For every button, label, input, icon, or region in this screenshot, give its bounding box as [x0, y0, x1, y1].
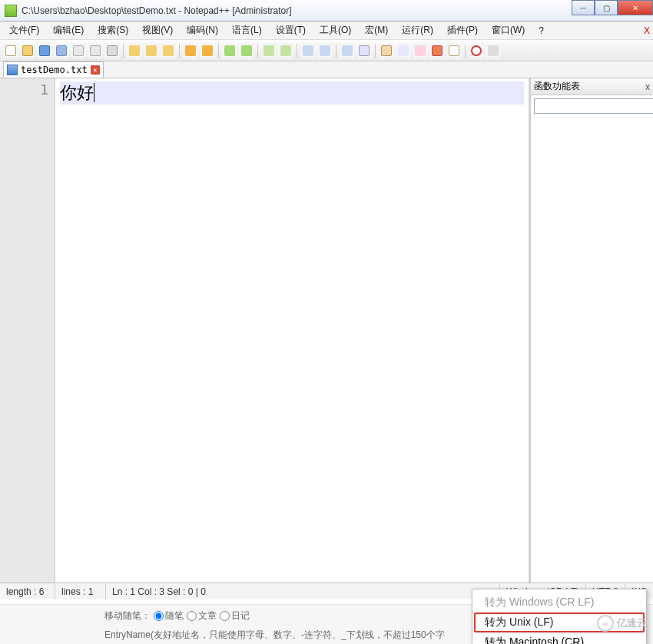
menu-help[interactable]: ? — [532, 24, 550, 38]
close-file-icon[interactable] — [71, 43, 86, 58]
window-title: C:\Users\bzhao\Desktop\testDemo.txt - No… — [22, 5, 291, 16]
window-controls: ─ ▢ ✕ — [572, 0, 653, 15]
tab-close-icon[interactable]: ✕ — [91, 65, 100, 75]
play-icon[interactable] — [486, 43, 501, 58]
ctx-windows: 转为 Windows (CR LF) — [474, 593, 645, 612]
menu-settings[interactable]: 设置(T) — [270, 22, 312, 38]
menubar: 文件(F) 编辑(E) 搜索(S) 视图(V) 编码(N) 语言(L) 设置(T… — [0, 22, 653, 40]
ext-opt-suibi[interactable]: 随笔 — [154, 609, 184, 622]
panel-close-icon[interactable]: x — [645, 81, 650, 92]
status-cursor: Ln : 1 Col : 3 Sel : 0 | 0 — [106, 583, 500, 599]
menu-encoding[interactable]: 编码(N) — [181, 22, 224, 38]
new-file-icon[interactable] — [3, 43, 18, 58]
file-tab[interactable]: testDemo.txt ✕ — [3, 61, 104, 78]
save-state-icon — [7, 65, 18, 75]
text-caret — [94, 83, 94, 102]
redo-icon[interactable] — [200, 43, 215, 58]
tab-bar: testDemo.txt ✕ — [0, 61, 653, 78]
wrap-icon[interactable] — [340, 43, 355, 58]
sync-v-icon[interactable] — [300, 43, 316, 58]
status-lines: lines : 1 — [55, 583, 106, 599]
panel-title-label: 函数功能表 — [534, 80, 580, 93]
menu-run[interactable]: 运行(R) — [396, 22, 439, 38]
toolbar — [0, 40, 653, 61]
app-icon — [5, 5, 17, 17]
watermark-text: 亿速云 — [617, 616, 647, 630]
tab-label: testDemo.txt — [21, 65, 88, 75]
func-list-icon[interactable] — [396, 43, 411, 58]
folder-icon[interactable] — [429, 43, 445, 58]
line-number: 1 — [40, 81, 48, 98]
zoom-in-icon[interactable] — [261, 43, 277, 58]
ext-opt-wenzhang[interactable]: 文章 — [187, 609, 217, 622]
show-all-icon[interactable] — [356, 43, 372, 58]
print-icon[interactable] — [104, 43, 120, 58]
menu-tools[interactable]: 工具(O) — [313, 22, 357, 38]
watermark-icon: ∞ — [597, 615, 614, 632]
function-filter-input[interactable] — [534, 98, 653, 114]
indent-guide-icon[interactable] — [379, 43, 394, 58]
menu-plugins[interactable]: 插件(P) — [441, 22, 484, 38]
menu-file[interactable]: 文件(F) — [3, 22, 45, 38]
monitor-icon[interactable] — [446, 43, 462, 58]
undo-icon[interactable] — [183, 43, 198, 58]
status-length: length : 6 — [0, 583, 55, 599]
menu-search[interactable]: 搜索(S) — [91, 22, 134, 38]
sync-h-icon[interactable] — [317, 43, 333, 58]
menu-macro[interactable]: 宏(M) — [359, 22, 394, 38]
line-gutter: 1 — [0, 78, 55, 583]
close-all-icon[interactable] — [88, 43, 103, 58]
ext-move-label: 移动随笔： — [104, 609, 151, 622]
menu-close-x[interactable]: X — [644, 25, 650, 36]
minimize-button[interactable]: ─ — [572, 0, 595, 15]
zoom-out-icon[interactable] — [278, 43, 293, 58]
editor-pane: 1 你好 — [0, 78, 530, 583]
find-icon[interactable] — [222, 43, 237, 58]
watermark: ∞ 亿速云 — [597, 615, 647, 632]
menu-view[interactable]: 视图(V) — [136, 22, 179, 38]
copy-icon[interactable] — [144, 43, 159, 58]
maximize-button[interactable]: ▢ — [595, 0, 618, 15]
save-all-icon[interactable] — [54, 43, 69, 58]
replace-icon[interactable] — [239, 43, 254, 58]
code-line-1: 你好 — [60, 83, 94, 102]
function-list-panel: 函数功能表 x A↓Z — [530, 78, 653, 583]
close-button[interactable]: ✕ — [618, 0, 653, 15]
titlebar: C:\Users\bzhao\Desktop\testDemo.txt - No… — [0, 0, 653, 22]
doc-map-icon[interactable] — [413, 43, 428, 58]
paste-icon[interactable] — [161, 43, 176, 58]
save-icon[interactable] — [37, 43, 52, 58]
menu-language[interactable]: 语言(L) — [226, 22, 268, 38]
open-file-icon[interactable] — [20, 43, 35, 58]
menu-edit[interactable]: 编辑(E) — [47, 22, 90, 38]
ext-opt-riji[interactable]: 日记 — [220, 609, 250, 622]
record-icon[interactable] — [469, 43, 484, 58]
cut-icon[interactable] — [127, 43, 142, 58]
code-area[interactable]: 你好 — [55, 78, 529, 583]
menu-window[interactable]: 窗口(W) — [486, 22, 531, 38]
ctx-mac[interactable]: 转为 Macintosh (CR) — [474, 632, 645, 644]
